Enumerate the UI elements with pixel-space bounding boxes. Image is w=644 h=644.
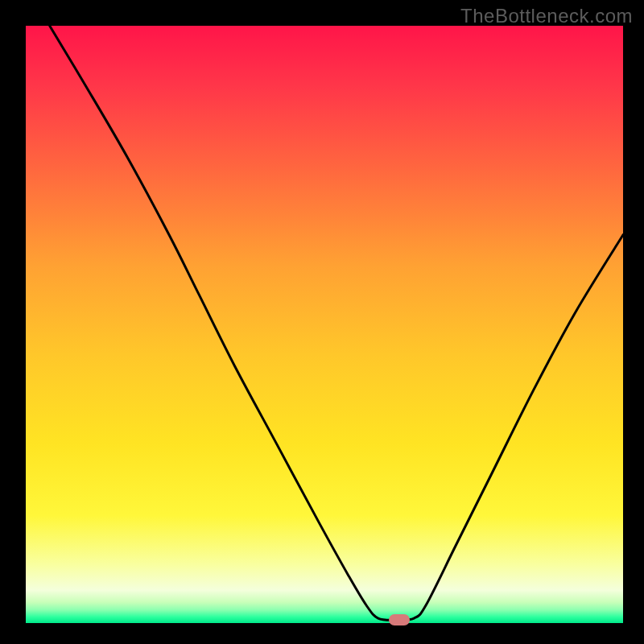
plot-area [26, 26, 623, 623]
watermark-text: TheBottleneck.com [460, 5, 633, 27]
sweet-spot-marker [389, 614, 410, 625]
bottleneck-plot [26, 26, 623, 623]
chart-frame: TheBottleneck.com [0, 0, 644, 644]
